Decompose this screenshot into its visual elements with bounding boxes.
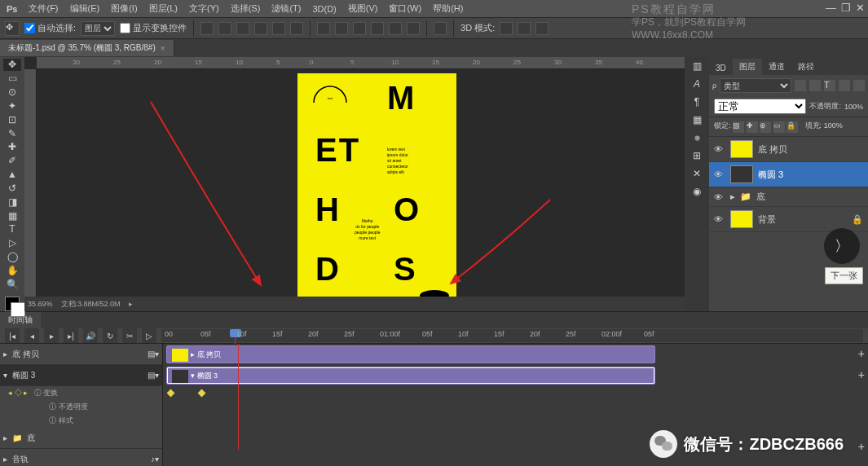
layer-name[interactable]: 底 拷贝 [758, 143, 787, 156]
timeline-tracks[interactable]: ▸ 底 拷贝 + ▾ 椭圆 3 + + [163, 344, 868, 466]
tab-3d[interactable]: 3D [709, 61, 733, 75]
layer-row[interactable]: 👁 底 拷贝 [709, 137, 868, 162]
hand-tool[interactable]: ✋ [3, 264, 21, 276]
audio-options-icon[interactable]: ♪▾ [151, 455, 159, 464]
auto-select-dropdown[interactable]: 图层 [81, 21, 115, 36]
menu-filter[interactable]: 滤镜(T) [271, 2, 301, 15]
next-frame-button[interactable]: ▸| [64, 328, 78, 343]
chevron-right-icon[interactable]: ▸ [730, 191, 735, 202]
brush-tool[interactable]: ✐ [3, 155, 21, 167]
mute-button[interactable]: 🔊 [83, 328, 98, 343]
prev-frame-button[interactable]: ◂ [24, 328, 39, 343]
filter-icon[interactable]: T [824, 80, 835, 91]
align-icon[interactable] [272, 22, 285, 35]
distribute-icon[interactable] [407, 22, 420, 35]
panel-icon[interactable]: ✕ [693, 168, 701, 179]
align-icon[interactable] [290, 22, 303, 35]
tab-paths[interactable]: 路径 [791, 59, 821, 75]
shape-tool[interactable]: ◯ [3, 251, 21, 263]
distribute-icon[interactable] [371, 22, 384, 35]
layer-name[interactable]: 底 [756, 191, 765, 203]
mode3d-icon[interactable] [535, 22, 549, 35]
align-icon[interactable] [236, 22, 249, 35]
first-frame-button[interactable]: |◂ [5, 328, 20, 343]
minimize-icon[interactable]: — [826, 2, 836, 14]
opacity-value[interactable]: 100% [844, 103, 863, 111]
distribute-icon[interactable] [353, 22, 366, 35]
layer-filter-dropdown[interactable]: 类型 [720, 78, 791, 93]
heal-tool[interactable]: ✚ [3, 141, 21, 153]
timeline-layer-row[interactable]: ▸ 底 拷贝 ▤▾ [0, 344, 162, 365]
lock-icon[interactable]: ⊕ [760, 121, 771, 133]
close-icon[interactable]: ✕ [856, 2, 865, 14]
prop-row[interactable]: ⓘ 样式 [0, 414, 162, 428]
panel-icon[interactable]: ⊞ [693, 150, 701, 161]
panel-icon[interactable]: ▦ [693, 114, 702, 125]
menu-image[interactable]: 图像(I) [111, 2, 137, 15]
move-tool[interactable]: ✥ [3, 59, 21, 71]
chevron-right-icon[interactable]: ▸ [3, 433, 7, 442]
layer-row[interactable]: 👁 椭圆 3 [709, 162, 868, 187]
clip-options-icon[interactable]: ▤▾ [148, 350, 159, 358]
zoom-value[interactable]: 35.69% [28, 300, 53, 308]
filter-icon[interactable] [809, 80, 821, 91]
visibility-icon[interactable]: 👁 [714, 214, 725, 224]
add-audio-icon[interactable]: + [858, 440, 865, 453]
canvas-area[interactable]: 302520 15105 0510 152025 303540 text M E… [24, 57, 685, 311]
color-swatch[interactable] [5, 297, 20, 311]
restore-icon[interactable]: ❐ [841, 2, 851, 14]
close-tab-icon[interactable]: × [161, 44, 165, 53]
prop-row[interactable]: ◂ ◇ ▸ ⓘ 变换 [0, 386, 162, 400]
menu-select[interactable]: 选择(S) [231, 2, 261, 15]
auto-select-checkbox[interactable]: 自动选择: [24, 22, 76, 34]
panel-icon[interactable]: ◉ [693, 186, 701, 197]
arrange-icon[interactable] [434, 22, 447, 35]
timeline-layer-row[interactable]: ▸ 📁 底 [0, 428, 162, 449]
layer-name[interactable]: 背景 [758, 213, 776, 226]
fill-value[interactable]: 100% [824, 121, 843, 130]
lasso-tool[interactable]: ⊙ [3, 86, 21, 99]
transition-button[interactable]: ▷ [142, 328, 156, 343]
align-icon[interactable] [218, 22, 231, 35]
ruler-horizontal[interactable]: 302520 15105 0510 152025 303540 [37, 57, 685, 69]
visibility-icon[interactable]: 👁 [714, 144, 725, 154]
chevron-right-icon[interactable]: ▸ [3, 455, 7, 464]
distribute-icon[interactable] [389, 22, 402, 35]
next-image-button[interactable]: 〉 [824, 228, 860, 264]
keyframe-icon[interactable] [167, 389, 175, 398]
gradient-tool[interactable]: ▦ [3, 209, 21, 222]
align-icon[interactable] [254, 22, 267, 35]
type-tool[interactable]: T [3, 223, 21, 235]
ruler-vertical[interactable] [24, 69, 37, 311]
menu-edit[interactable]: 编辑(E) [70, 2, 100, 15]
doc-info[interactable]: 文档:3.88M/52.0M [61, 299, 121, 310]
marquee-tool[interactable]: ▭ [3, 73, 21, 85]
distribute-icon[interactable] [317, 22, 330, 35]
timeline-clip[interactable]: ▸ 底 拷贝 [166, 345, 655, 363]
panel-icon[interactable]: ⎈ [694, 132, 700, 143]
filter-icon[interactable] [839, 80, 850, 91]
tab-channels[interactable]: 通道 [762, 59, 791, 75]
timeline-clip[interactable]: ▾ 椭圆 3 [166, 367, 655, 385]
menu-help[interactable]: 帮助(H) [433, 2, 463, 15]
menu-file[interactable]: 文件(F) [29, 2, 58, 15]
move-tool-icon[interactable]: ✥ [5, 21, 20, 36]
split-button[interactable]: ✂ [122, 328, 137, 343]
history-brush-tool[interactable]: ↺ [3, 182, 21, 194]
lock-icon[interactable]: ▧ [733, 121, 744, 133]
crop-tool[interactable]: ⊡ [3, 113, 21, 125]
play-button[interactable]: ▸ [44, 328, 59, 343]
eyedropper-tool[interactable]: ✎ [3, 127, 21, 139]
audio-row[interactable]: ▸ 音轨 ♪▾ [0, 449, 162, 466]
menu-3d[interactable]: 3D(D) [312, 4, 336, 14]
path-tool[interactable]: ▷ [3, 237, 21, 249]
visibility-icon[interactable]: 👁 [714, 192, 725, 202]
stamp-tool[interactable]: ▲ [3, 169, 21, 181]
menu-view[interactable]: 视图(V) [348, 2, 378, 15]
document-canvas[interactable]: text M ET lorem textipsum dolorsit ametc… [297, 73, 456, 306]
filter-icon[interactable] [795, 80, 806, 91]
file-tab[interactable]: 未标题-1.psd @ 35.7% (椭圆 3, RGB/8#) × [0, 40, 174, 56]
show-transform-checkbox[interactable]: 显示变换控件 [120, 22, 187, 34]
blend-mode-dropdown[interactable]: 正常 [714, 99, 806, 114]
layer-name[interactable]: 椭圆 3 [758, 169, 783, 181]
